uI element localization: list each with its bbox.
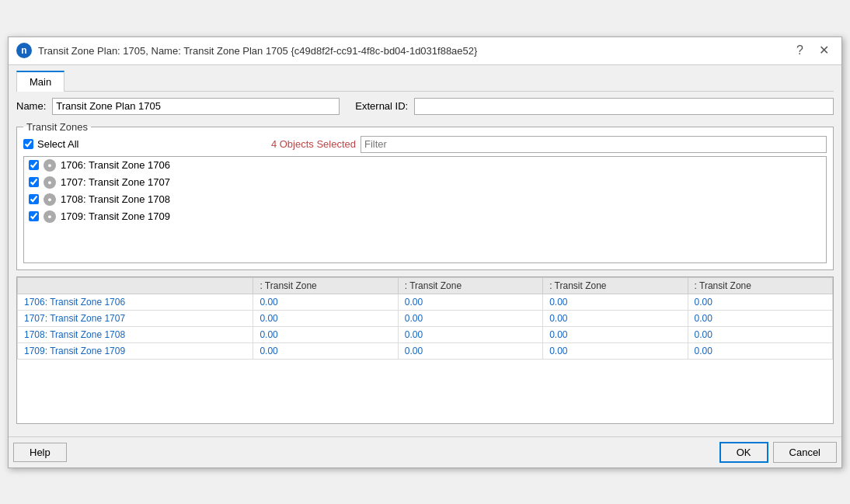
tab-bar: Main (16, 70, 834, 92)
cancel-button[interactable]: Cancel (773, 442, 837, 463)
item-checkbox-1707[interactable] (29, 177, 39, 187)
ok-button[interactable]: OK (719, 442, 768, 463)
row-val-3-0: 0.00 (253, 342, 398, 359)
objects-selected-count: 4 Objects Selected (271, 138, 356, 150)
filter-input[interactable] (361, 136, 827, 153)
title-bar-right: ? ✕ (792, 43, 834, 58)
row-val-2-1: 0.00 (398, 326, 542, 342)
row-val-1-3: 0.00 (688, 310, 832, 326)
select-all-checkbox[interactable] (23, 139, 33, 149)
col-header-3: : Transit Zone (543, 277, 688, 294)
tab-main[interactable]: Main (16, 71, 64, 92)
zone-icon-1708: ● (44, 193, 56, 206)
ext-id-label: External ID: (355, 100, 408, 112)
list-item: ● 1706: Transit Zone 1706 (24, 157, 826, 174)
row-val-0-2: 0.00 (543, 294, 688, 310)
col-header-2: : Transit Zone (398, 277, 542, 294)
select-all-right: 4 Objects Selected (271, 136, 827, 153)
table-row: 1708: Transit Zone 1708 0.00 0.00 0.00 0… (18, 326, 833, 342)
help-title-button[interactable]: ? (792, 43, 808, 58)
row-val-2-0: 0.00 (253, 326, 398, 342)
footer: Help OK Cancel (9, 436, 841, 468)
table-row: 1709: Transit Zone 1709 0.00 0.00 0.00 0… (18, 342, 833, 359)
help-button[interactable]: Help (13, 443, 67, 462)
row-val-1-2: 0.00 (543, 310, 688, 326)
select-all-row: Select All 4 Objects Selected (23, 136, 827, 153)
col-header-1: : Transit Zone (253, 277, 398, 294)
row-val-0-0: 0.00 (253, 294, 398, 310)
title-bar: n Transit Zone Plan: 1705, Name: Transit… (9, 37, 841, 65)
table-body: 1706: Transit Zone 1706 0.00 0.00 0.00 0… (18, 294, 833, 359)
item-label-1706: 1706: Transit Zone 1706 (61, 159, 170, 171)
app-icon: n (16, 43, 32, 58)
row-val-1-0: 0.00 (253, 310, 398, 326)
list-item: ● 1708: Transit Zone 1708 (24, 191, 826, 208)
select-all-left: Select All (23, 138, 78, 150)
row-val-3-2: 0.00 (543, 342, 688, 359)
col-header-4: : Transit Zone (688, 277, 832, 294)
title-bar-left: n Transit Zone Plan: 1705, Name: Transit… (16, 43, 477, 58)
table-header: : Transit Zone : Transit Zone : Transit … (18, 277, 833, 294)
main-dialog: n Transit Zone Plan: 1705, Name: Transit… (8, 36, 842, 468)
list-item: ● 1709: Transit Zone 1709 (24, 208, 826, 225)
row-val-2-2: 0.00 (543, 326, 688, 342)
row-val-2-3: 0.00 (688, 326, 832, 342)
zone-icon-1707: ● (44, 176, 56, 189)
close-button[interactable]: ✕ (814, 43, 834, 58)
zone-icon-1706: ● (44, 159, 56, 172)
dialog-title: Transit Zone Plan: 1705, Name: Transit Z… (38, 45, 477, 57)
footer-right: OK Cancel (719, 442, 837, 463)
data-table-container: : Transit Zone : Transit Zone : Transit … (16, 276, 834, 424)
row-val-0-1: 0.00 (398, 294, 542, 310)
data-table: : Transit Zone : Transit Zone : Transit … (17, 277, 833, 360)
select-all-label: Select All (37, 138, 78, 150)
row-val-1-1: 0.00 (398, 310, 542, 326)
item-label-1708: 1708: Transit Zone 1708 (61, 193, 170, 205)
transit-zones-legend: Transit Zones (23, 121, 91, 133)
item-checkbox-1706[interactable] (29, 160, 39, 170)
row-val-0-3: 0.00 (688, 294, 832, 310)
row-label-0[interactable]: 1706: Transit Zone 1706 (18, 294, 253, 310)
row-val-3-3: 0.00 (688, 342, 832, 359)
row-label-2[interactable]: 1708: Transit Zone 1708 (18, 326, 253, 342)
ext-id-input[interactable] (414, 98, 834, 115)
col-header-0 (18, 277, 253, 294)
table-row: 1707: Transit Zone 1707 0.00 0.00 0.00 0… (18, 310, 833, 326)
items-list: ● 1706: Transit Zone 1706 ● 1707: Transi… (23, 156, 827, 263)
transit-zones-group: Transit Zones Select All 4 Objects Selec… (16, 121, 834, 270)
row-label-3[interactable]: 1709: Transit Zone 1709 (18, 342, 253, 359)
list-item: ● 1707: Transit Zone 1707 (24, 174, 826, 191)
item-checkbox-1709[interactable] (29, 211, 39, 221)
table-row: 1706: Transit Zone 1706 0.00 0.00 0.00 0… (18, 294, 833, 310)
zone-icon-1709: ● (44, 210, 56, 223)
dialog-body: Main Name: External ID: Transit Zones Se… (9, 65, 841, 436)
item-label-1709: 1709: Transit Zone 1709 (61, 210, 170, 222)
name-input[interactable] (52, 98, 340, 115)
name-label: Name: (16, 100, 46, 112)
item-label-1707: 1707: Transit Zone 1707 (61, 176, 170, 188)
header-row: : Transit Zone : Transit Zone : Transit … (18, 277, 833, 294)
item-checkbox-1708[interactable] (29, 194, 39, 204)
name-row: Name: External ID: (16, 98, 834, 115)
row-label-1[interactable]: 1707: Transit Zone 1707 (18, 310, 253, 326)
row-val-3-1: 0.00 (398, 342, 542, 359)
